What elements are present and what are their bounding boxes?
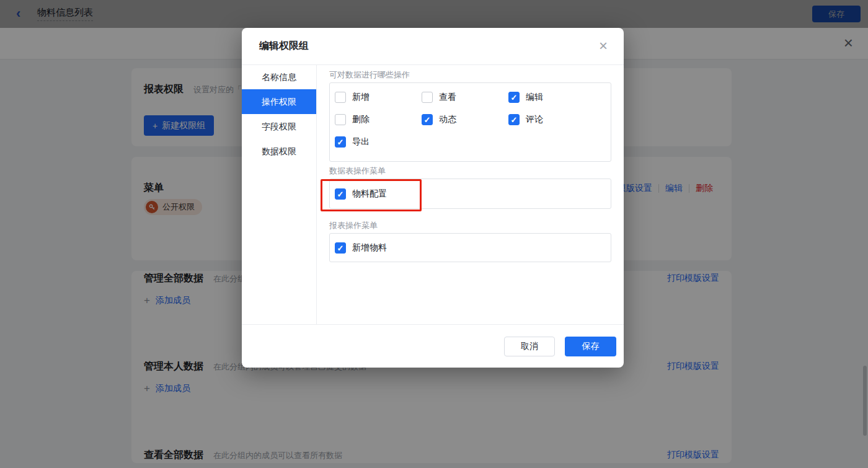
check-icon: ✓: [511, 94, 518, 102]
modal-close-icon[interactable]: ×: [599, 37, 608, 55]
report-menu-section-label: 报表操作菜单: [329, 220, 611, 231]
screen: ‹ 物料信息列表 保存 × 报表权限 设置对应的「 + 新建权限组 菜单 公开: [0, 0, 868, 468]
tab-data-permission[interactable]: 数据权限: [242, 139, 316, 164]
edit-permission-group-modal: 编辑权限组 × 名称信息 操作权限 字段权限 数据权限 可对数据进行哪些操作 新…: [242, 28, 624, 368]
check-icon: ✓: [337, 138, 344, 146]
checkbox-checked[interactable]: ✓: [335, 242, 346, 254]
option-export[interactable]: ✓ 导出: [335, 136, 422, 148]
table-menu-section-label: 数据表操作菜单: [329, 166, 611, 177]
save-button[interactable]: 保存: [565, 337, 616, 356]
checkbox-checked[interactable]: ✓: [422, 114, 433, 125]
modal-body: 名称信息 操作权限 字段权限 数据权限 可对数据进行哪些操作 新增 查看: [242, 64, 624, 324]
tab-field-permission[interactable]: 字段权限: [242, 114, 316, 139]
option-view[interactable]: 查看: [422, 92, 508, 103]
checkbox-unchecked[interactable]: [335, 92, 346, 103]
modal-tab-list: 名称信息 操作权限 字段权限 数据权限: [242, 64, 317, 324]
checkbox-checked[interactable]: ✓: [335, 136, 346, 148]
cancel-button[interactable]: 取消: [504, 337, 555, 356]
modal-header: 编辑权限组 ×: [242, 28, 624, 65]
check-icon: ✓: [337, 244, 344, 252]
checkbox-checked[interactable]: ✓: [508, 92, 520, 103]
option-add[interactable]: 新增: [335, 92, 422, 103]
option-new-material[interactable]: ✓ 新增物料: [335, 242, 611, 254]
option-edit[interactable]: ✓ 编辑: [508, 92, 611, 103]
check-icon: ✓: [424, 116, 431, 124]
report-menu-checkbox-group: ✓ 新增物料: [329, 233, 611, 262]
tab-operation-permission[interactable]: 操作权限: [242, 89, 316, 114]
option-comment[interactable]: ✓ 评论: [508, 114, 611, 125]
red-highlight-annotation: [321, 179, 422, 211]
operations-section-label: 可对数据进行哪些操作: [329, 69, 611, 81]
option-activity[interactable]: ✓ 动态: [422, 114, 508, 125]
checkbox-checked[interactable]: ✓: [508, 114, 520, 125]
checkbox-unchecked[interactable]: [422, 92, 433, 103]
modal-footer: 取消 保存: [242, 324, 624, 368]
topbar-dim-mask: [0, 0, 868, 28]
tab-name-info[interactable]: 名称信息: [242, 64, 316, 89]
check-icon: ✓: [511, 116, 518, 124]
operations-checkbox-group: 新增 查看 ✓ 编辑 删除 ✓: [329, 82, 611, 162]
option-delete[interactable]: 删除: [335, 114, 422, 125]
checkbox-unchecked[interactable]: [335, 114, 346, 125]
modal-title: 编辑权限组: [259, 40, 309, 53]
